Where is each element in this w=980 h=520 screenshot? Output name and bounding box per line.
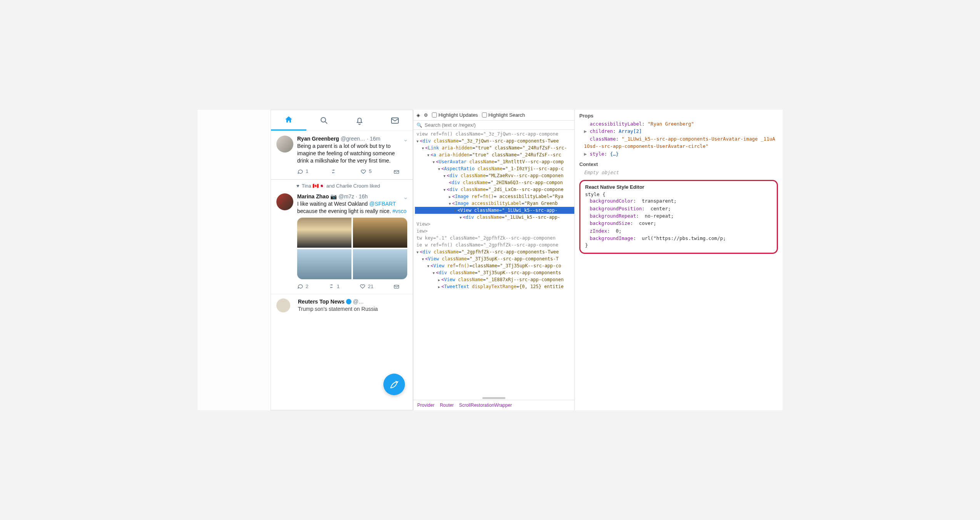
avatar[interactable] <box>276 193 293 210</box>
display-name[interactable]: Marina Zhao <box>297 193 329 200</box>
breadcrumb: Provider Router ScrollRestorationWrapper <box>413 400 574 410</box>
like-button[interactable]: 5 <box>360 168 371 174</box>
display-name[interactable]: Reuters Top News <box>298 299 345 305</box>
blank-gutter <box>197 110 271 410</box>
chevron-down-icon[interactable]: ⌄ <box>403 136 408 143</box>
tab-home[interactable] <box>271 110 306 131</box>
liked-by-text: Tina 🇨🇦🇯🇵 and Charlie Croom liked <box>302 183 380 189</box>
style-editor-heading: React Native Style Editor <box>585 184 772 190</box>
prop-row[interactable]: ▶ children: Array[2] <box>579 127 778 135</box>
style-line[interactable]: zIndex: 0; <box>585 227 772 235</box>
tweet-3[interactable]: Reuters Top News @… Trump son's statemen… <box>271 294 413 317</box>
prop-row[interactable]: className: "_1LUwi_k5--src-app-component… <box>579 135 778 150</box>
retweet-count: 1 <box>337 283 339 289</box>
like-count: 5 <box>369 168 371 174</box>
media-grid[interactable] <box>297 218 407 279</box>
tree-node[interactable]: View> <box>415 221 574 228</box>
mail-icon <box>390 116 400 125</box>
tab-messages[interactable] <box>377 110 413 131</box>
share-button[interactable] <box>393 168 400 174</box>
tree-node[interactable]: <div className="_1LUwi_k5--src-app- <box>415 214 574 221</box>
tree-node[interactable]: ie w ref=fn() className="_2gpfhfZk--src-… <box>415 242 574 248</box>
top-tabbar <box>271 110 413 131</box>
tree-node[interactable]: <Link aria-hidden="true" className="_24R… <box>415 144 574 151</box>
timestamp: 16m <box>370 136 380 142</box>
display-name[interactable]: Ryan Greenberg <box>297 136 339 142</box>
tree-node[interactable]: <div className="MLZaeRvv--src-app-compon… <box>415 172 574 179</box>
search-input[interactable] <box>425 122 571 128</box>
reply-button[interactable]: 1 <box>297 168 308 174</box>
tree-node[interactable]: <div className="_2HINa6Q3--src-app-compo… <box>415 179 574 186</box>
tree-node[interactable]: <View ref=fn()=className="_3Tj35upK--src… <box>415 262 574 269</box>
tree-node[interactable]: <TweetText displayTextRange={0, 125} ent… <box>415 283 574 290</box>
gear-icon[interactable]: ⚙ <box>424 112 428 118</box>
tree-node[interactable]: <div className="_3Tj35upK--src-app-compo… <box>415 269 574 276</box>
drag-handle[interactable] <box>482 397 505 399</box>
like-count: 21 <box>368 283 373 289</box>
tree-body[interactable]: view ref=fn() className="_3z_7jQwn--src-… <box>413 130 574 394</box>
like-button[interactable]: 21 <box>360 283 373 289</box>
tab-notifications[interactable] <box>342 110 377 131</box>
share-icon <box>393 168 400 174</box>
retweet-button[interactable]: 1 <box>328 283 339 289</box>
style-line[interactable]: backgroundColor: transparent; <box>585 197 772 205</box>
media-thumb[interactable] <box>353 218 407 248</box>
style-line[interactable]: backgroundPosition: center; <box>585 205 772 212</box>
handle[interactable]: @green… <box>341 136 365 142</box>
breadcrumb-item[interactable]: Router <box>440 403 454 408</box>
style-line[interactable]: backgroundSize: cover; <box>585 220 772 227</box>
style-open-brace: style { <box>585 191 772 197</box>
style-line[interactable]: backgroundImage: url("https://pbs.twimg.… <box>585 235 772 242</box>
tweet-1[interactable]: ⌄ Ryan Greenberg @green… · 16m Being a p… <box>271 131 413 179</box>
search-icon <box>319 116 329 125</box>
tree-node[interactable]: <div className="_2di_LxCm--src-app-compo… <box>415 186 574 193</box>
heart-icon <box>360 168 366 174</box>
share-button[interactable] <box>393 283 400 289</box>
tweet-2[interactable]: ⌄ Marina Zhao 📷 @m7z · 16h I like waitin… <box>271 189 413 295</box>
tree-node[interactable]: <View className="_3Tj35upK--src-app-comp… <box>415 255 574 262</box>
avatar[interactable] <box>276 299 290 312</box>
tree-node[interactable]: <a aria-hidden="true" className="_24RufZ… <box>415 151 574 158</box>
prop-row[interactable]: ▶ style: {…} <box>579 150 778 158</box>
devtools-search[interactable]: 🔍 <box>413 121 574 130</box>
tab-search[interactable] <box>306 110 342 131</box>
retweet-button[interactable] <box>330 168 339 174</box>
compose-tweet-button[interactable] <box>383 374 405 395</box>
tree-node[interactable]: <UserAvatar className="_1RntlttV--src-ap… <box>415 158 574 165</box>
devtools-toolbar: ◈ ⚙ Highlight Updates Highlight Search <box>413 110 574 121</box>
tree-node[interactable]: view ref=fn() className="_3z_7jQwn--src-… <box>415 131 574 138</box>
handle[interactable]: @… <box>353 299 364 305</box>
avatar[interactable] <box>276 136 293 153</box>
chevron-down-icon[interactable]: ⌄ <box>403 193 408 201</box>
tree-node[interactable]: <Image accessibilityLabel="Ryan Greenb <box>415 200 574 207</box>
tree-node[interactable]: <div className="_2gpfhfZk--src-app-compo… <box>415 248 574 255</box>
breadcrumb-item[interactable]: ScrollRestorationWrapper <box>459 403 512 408</box>
highlight-search-checkbox[interactable]: Highlight Search <box>482 112 525 118</box>
prop-row[interactable]: accessibilityLabel: "Ryan Greenberg" <box>579 120 778 127</box>
reply-icon <box>297 283 303 289</box>
mention-link[interactable]: @SFBART <box>369 201 396 207</box>
tweet-actions: 1 5 <box>297 168 407 174</box>
media-thumb[interactable] <box>297 249 351 279</box>
target-icon[interactable]: ◈ <box>416 112 420 118</box>
highlight-updates-checkbox[interactable]: Highlight Updates <box>432 112 478 118</box>
media-thumb[interactable] <box>297 218 351 248</box>
reply-button[interactable]: 2 <box>297 283 308 289</box>
tree-node[interactable]: <View className="_1E887xRj--src-app-comp… <box>415 276 574 283</box>
retweet-icon <box>328 283 334 289</box>
tree-node[interactable]: <div className="_3z_7jQwn--src-app-compo… <box>415 138 574 144</box>
tree-node[interactable]: <View className="_1LUwi_k5--src-app- <box>415 207 574 214</box>
tree-node[interactable]: <Image ref=fn()= accessibilityLabel="Rya <box>415 193 574 200</box>
hashtag-link[interactable]: #vsco <box>392 208 406 214</box>
name-emoji: 📷 <box>330 193 337 200</box>
breadcrumb-item[interactable]: Provider <box>417 403 435 408</box>
media-thumb[interactable] <box>353 249 407 279</box>
svg-line-1 <box>325 122 327 124</box>
tweet-text: Trump son's statement on Russia <box>298 305 407 313</box>
tree-node[interactable]: iew> <box>415 228 574 235</box>
reply-count: 1 <box>306 168 308 174</box>
tree-node[interactable]: <AspectRatio className="_1-I0zYji--src-a… <box>415 165 574 172</box>
style-line[interactable]: backgroundRepeat: no-repeat; <box>585 212 772 220</box>
handle[interactable]: @m7z <box>338 193 354 200</box>
tree-node[interactable]: tw key=".1" className="_2gpfhfZk--src-ap… <box>415 235 574 242</box>
